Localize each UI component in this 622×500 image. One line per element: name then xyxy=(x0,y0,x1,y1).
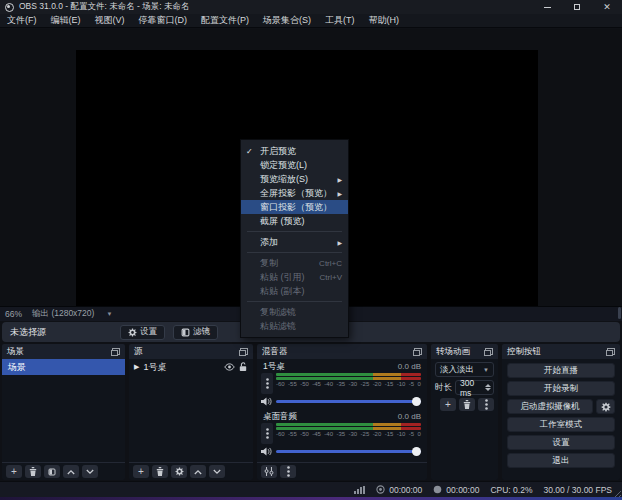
menubar-item[interactable]: 编辑(E) xyxy=(44,14,88,27)
volume-slider-handle[interactable] xyxy=(412,447,421,456)
transition-properties-button[interactable] xyxy=(478,398,494,411)
meter-tick-label: -5 xyxy=(409,381,414,388)
menu-item-screenshot[interactable]: 截屏 (预览) xyxy=(241,214,348,228)
source-filters-label: 滤镜 xyxy=(193,326,210,338)
add-source-button[interactable]: + xyxy=(133,465,149,478)
chevron-down-icon[interactable]: ▼ xyxy=(106,311,112,317)
menubar-item[interactable]: 工具(T) xyxy=(318,14,362,27)
record-time: 00:00:00 xyxy=(446,485,479,495)
menu-item-fullscreen-projector[interactable]: 全屏投影（预览） ▶ xyxy=(241,186,348,200)
menubar-item[interactable]: 文件(F) xyxy=(0,14,44,27)
mute-button[interactable] xyxy=(261,392,272,410)
titlebar[interactable]: OBS 31.0.0 - 配置文件: 未命名 - 场景: 未命名 ✕ xyxy=(0,0,622,14)
move-source-up-button[interactable] xyxy=(190,465,206,478)
controls-body: 开始直播 开始录制 启动虚拟摄像机 工作室模式 设置 退出 xyxy=(502,359,620,472)
menu-item-lock-preview[interactable]: 锁定预览(L) xyxy=(241,158,348,172)
volume-slider[interactable] xyxy=(276,450,421,453)
advanced-audio-button[interactable] xyxy=(261,465,277,478)
source-filters-button[interactable]: 滤镜 xyxy=(173,325,218,340)
maximize-button[interactable] xyxy=(562,0,592,14)
volume-slider-handle[interactable] xyxy=(412,397,421,406)
start-recording-button[interactable]: 开始录制 xyxy=(507,381,615,396)
spin-down-icon[interactable] xyxy=(485,388,491,391)
mixer-channel-db: 0.0 dB xyxy=(398,412,421,421)
meter-scale: -60-55-50-45-40-35-30-25-20-15-10-50 xyxy=(276,381,421,388)
mixer-dock-header[interactable]: 混音器 xyxy=(257,344,427,359)
scenes-dock-header[interactable]: 场景 xyxy=(2,344,125,359)
menubar-item[interactable]: 停靠窗口(D) xyxy=(132,14,195,27)
source-list-item[interactable]: ▶ 1号桌 xyxy=(129,359,253,375)
menubar-item[interactable]: 帮助(H) xyxy=(362,14,407,27)
menu-item-paste-duplicate[interactable]: 粘贴 (副本) xyxy=(241,284,348,298)
menu-separator xyxy=(247,231,342,232)
sources-dock-title: 源 xyxy=(134,346,143,358)
source-properties-button[interactable] xyxy=(171,465,187,478)
menubar-item[interactable]: 视图(V) xyxy=(88,14,132,27)
start-streaming-button[interactable]: 开始直播 xyxy=(507,363,615,378)
close-button[interactable]: ✕ xyxy=(592,0,622,14)
transition-select[interactable]: 淡入淡出 ▼ xyxy=(435,362,494,377)
move-scene-down-button[interactable] xyxy=(82,465,98,478)
controls-dock-header[interactable]: 控制按钮 xyxy=(502,344,620,359)
menu-item-preview-zoom[interactable]: 预览缩放(S) ▶ xyxy=(241,172,348,186)
mute-button[interactable] xyxy=(261,442,272,460)
mixer-menu-button[interactable] xyxy=(280,465,296,478)
mixer-channel-menu-button[interactable] xyxy=(261,373,273,394)
stream-time: 00:00:00 xyxy=(389,485,422,495)
scene-list-item[interactable]: 场景 xyxy=(2,359,125,375)
menu-item-copy-filters[interactable]: 复制滤镜 xyxy=(241,305,348,319)
menu-item-paste-reference[interactable]: 粘贴 (引用) Ctrl+V xyxy=(241,270,348,284)
menubar-item[interactable]: 配置文件(P) xyxy=(194,14,256,27)
popout-icon[interactable] xyxy=(484,348,493,356)
move-source-down-button[interactable] xyxy=(209,465,225,478)
menu-item-window-projector[interactable]: 窗口投影（预览） xyxy=(241,200,348,214)
popout-icon[interactable] xyxy=(413,348,422,356)
move-scene-up-button[interactable] xyxy=(63,465,79,478)
add-transition-button[interactable]: + xyxy=(440,398,456,411)
source-settings-button[interactable]: 设置 xyxy=(120,325,165,340)
popout-icon[interactable] xyxy=(111,348,120,356)
submenu-arrow-icon: ▶ xyxy=(337,190,342,197)
duration-value: 300 ms xyxy=(460,378,485,398)
popout-icon[interactable] xyxy=(239,348,248,356)
duration-spinner[interactable]: 300 ms xyxy=(455,380,494,395)
menubar-item[interactable]: 场景集合(S) xyxy=(256,14,318,27)
mixer-channel-name: 1号桌 xyxy=(263,361,285,373)
scrollbar-handle[interactable] xyxy=(618,307,621,319)
cpu-usage: CPU: 0.2% xyxy=(490,485,532,495)
studio-mode-button[interactable]: 工作室模式 xyxy=(507,417,615,432)
mixer-channel-menu-button[interactable] xyxy=(261,423,273,444)
preview-zoom-level[interactable]: 66% xyxy=(5,309,22,319)
sources-dock-header[interactable]: 源 xyxy=(129,344,253,359)
remove-scene-button[interactable] xyxy=(25,465,41,478)
menu-item-label: 开启预览 xyxy=(260,145,342,158)
remove-source-button[interactable] xyxy=(152,465,168,478)
spin-up-icon[interactable] xyxy=(485,384,491,387)
start-virtual-camera-button[interactable]: 启动虚拟摄像机 xyxy=(507,399,593,414)
gear-icon xyxy=(601,402,611,412)
visibility-button[interactable] xyxy=(224,362,234,372)
volume-slider[interactable] xyxy=(276,400,421,403)
fps-indicator: 30.00 / 30.00 FPS xyxy=(543,485,612,495)
settings-button[interactable]: 设置 xyxy=(507,435,615,450)
menu-item-enable-preview[interactable]: ✓ 开启预览 xyxy=(241,144,348,158)
menu-item-paste-filters[interactable]: 粘贴滤镜 xyxy=(241,319,348,333)
remove-transition-button[interactable] xyxy=(459,398,475,411)
unlock-icon xyxy=(239,362,247,372)
vertical-dots-icon xyxy=(485,399,488,410)
gear-icon xyxy=(128,328,137,337)
menu-item-add[interactable]: 添加 ▶ xyxy=(241,235,348,249)
exit-button[interactable]: 退出 xyxy=(507,453,615,468)
popout-icon[interactable] xyxy=(606,348,615,356)
chevron-up-icon xyxy=(67,469,75,475)
meter-tick-label: -55 xyxy=(288,431,297,438)
scene-filters-button[interactable] xyxy=(44,465,60,478)
spinner-arrows[interactable] xyxy=(485,384,491,391)
add-scene-button[interactable]: + xyxy=(6,465,22,478)
minimize-button[interactable] xyxy=(532,0,562,14)
virtual-camera-settings-button[interactable] xyxy=(596,399,615,414)
transitions-dock-header[interactable]: 转场动画 xyxy=(431,344,498,359)
audio-sliders-icon xyxy=(264,467,274,476)
menu-item-copy[interactable]: 复制 Ctrl+C xyxy=(241,256,348,270)
lock-button[interactable] xyxy=(238,362,248,372)
